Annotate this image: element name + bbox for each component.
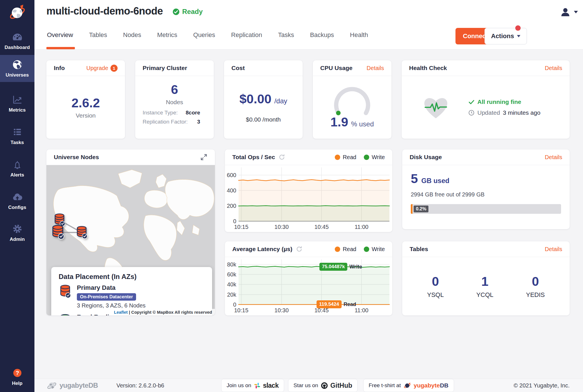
card-title: Cost bbox=[231, 65, 245, 71]
read-dot-icon bbox=[335, 247, 340, 252]
average-latency-card: Average Latency (µs) Read Write 10:1510:… bbox=[225, 241, 392, 315]
sidebar-item-help[interactable]: ? Help bbox=[0, 363, 34, 390]
chart-legend: Read Write bbox=[335, 246, 385, 253]
sidebar-item-label: Configs bbox=[8, 205, 26, 210]
card-title: Tables bbox=[410, 246, 428, 253]
chevron-down-icon bbox=[517, 35, 520, 37]
svg-text:20k: 20k bbox=[227, 292, 237, 298]
cost-per-day: $0.00 bbox=[239, 92, 272, 106]
tab-health[interactable]: Health bbox=[349, 30, 369, 40]
legend-write: Write bbox=[364, 154, 385, 161]
world-map[interactable]: Data Placement (In AZs) Primary Data bbox=[46, 165, 215, 315]
cpu-details-link[interactable]: Details bbox=[367, 65, 384, 71]
refresh-icon[interactable] bbox=[278, 154, 285, 161]
page-header: multi-cloud-demo-6node Ready bbox=[34, 0, 583, 50]
latency-chart: 10:1510:3010:4511:00020k40k60k80k 75.044… bbox=[225, 257, 392, 315]
replica-db-icon bbox=[59, 313, 72, 315]
tab-overview[interactable]: Overview bbox=[46, 30, 74, 40]
nodes-caption: Nodes bbox=[166, 99, 183, 106]
footer: yugabyteDB Version: 2.6.2.0-b6 Join us o… bbox=[0, 379, 583, 392]
version-caption: Version bbox=[76, 112, 96, 119]
info-card: Info Upgrade 1 2.6.2 Version bbox=[46, 60, 125, 139]
bell-icon bbox=[12, 159, 23, 170]
sidebar-item-universes[interactable]: Universes bbox=[0, 55, 34, 82]
yugabyte-logo-icon[interactable] bbox=[8, 3, 27, 24]
chevron-down-icon bbox=[574, 11, 578, 13]
tab-bar: Overview Tables Nodes Metrics Queries Re… bbox=[46, 30, 369, 40]
actions-notification-dot bbox=[515, 25, 521, 31]
slack-button[interactable]: Join us on slack bbox=[221, 379, 284, 392]
tab-replication[interactable]: Replication bbox=[231, 30, 263, 40]
tab-nodes[interactable]: Nodes bbox=[122, 30, 142, 40]
disk-usage-fill bbox=[411, 204, 412, 214]
heartbeat-icon bbox=[421, 94, 451, 121]
tab-backups[interactable]: Backups bbox=[309, 30, 334, 40]
disk-usage-bar: 0.2% bbox=[411, 204, 561, 214]
sidebar-item-label: Alerts bbox=[10, 172, 24, 178]
svg-text:10:30: 10:30 bbox=[274, 224, 289, 230]
sidebar-item-alerts[interactable]: Alerts bbox=[0, 155, 34, 182]
cloud-upload-icon bbox=[12, 191, 23, 203]
tab-metrics[interactable]: Metrics bbox=[157, 30, 178, 40]
footer-copyright: © 2021 Yugabyte, Inc. bbox=[514, 382, 570, 389]
actions-button[interactable]: Actions bbox=[485, 28, 527, 44]
ops-chart: 10:1510:3010:4511:000200400600 bbox=[225, 165, 392, 232]
footer-version: Version: 2.6.2.0-b6 bbox=[116, 382, 164, 389]
cost-unit: /day bbox=[274, 97, 287, 105]
write-dot-icon bbox=[364, 247, 369, 252]
svg-text:60k: 60k bbox=[227, 271, 237, 278]
tab-queries[interactable]: Queries bbox=[193, 30, 216, 40]
check-circle-icon bbox=[173, 8, 180, 15]
db-node-marker[interactable] bbox=[51, 224, 65, 241]
yedis-stat: 0 YEDIS bbox=[526, 274, 545, 299]
clock-icon bbox=[468, 110, 475, 116]
tshirt-button[interactable]: Free t-shirt at yugabyteDB bbox=[363, 379, 454, 392]
refresh-icon[interactable] bbox=[296, 246, 303, 253]
card-title: Disk Usage bbox=[410, 154, 442, 161]
read-latency-tooltip: 119.5424 Read bbox=[317, 300, 356, 308]
health-updated-row: Updated 3 minutes ago bbox=[468, 109, 540, 116]
sidebar-item-metrics[interactable]: Metrics bbox=[0, 90, 34, 117]
sidebar-item-dashboard[interactable]: Dashboard bbox=[0, 27, 34, 54]
card-title: Total Ops / Sec bbox=[232, 154, 275, 161]
svg-text:11:00: 11:00 bbox=[355, 307, 369, 313]
svg-text:80k: 80k bbox=[227, 261, 237, 268]
globe-icon bbox=[12, 59, 23, 70]
cpu-percent: 1.9 bbox=[330, 115, 348, 130]
legend-read: Read bbox=[335, 246, 356, 253]
card-title: Universe Nodes bbox=[54, 154, 99, 161]
tables-card: Tables Details 0 YSQL 1 YCQL 0 YEDIS bbox=[402, 241, 570, 315]
write-latency-tooltip: 75.04487k Write bbox=[319, 263, 362, 271]
cpu-gauge bbox=[329, 85, 375, 116]
status-badge: Ready bbox=[173, 8, 203, 16]
disk-details-link[interactable]: Details bbox=[545, 154, 562, 161]
upgrade-link[interactable]: Upgrade 1 bbox=[86, 65, 118, 72]
total-ops-card: Total Ops / Sec Read Write 10:1510:3010:… bbox=[225, 149, 392, 232]
svg-text:10:30: 10:30 bbox=[274, 307, 289, 313]
leaflet-link[interactable]: Leaflet bbox=[114, 310, 128, 315]
app-root: Dashboard Universes Metrics bbox=[0, 0, 583, 392]
db-node-marker[interactable] bbox=[76, 225, 88, 240]
sidebar-item-admin[interactable]: Admin bbox=[0, 219, 34, 246]
tables-details-link[interactable]: Details bbox=[545, 246, 562, 253]
read-dot-icon bbox=[335, 155, 340, 160]
disk-percent-badge: 0.2% bbox=[414, 206, 428, 212]
svg-text:600: 600 bbox=[227, 172, 236, 178]
health-check-card: Health Check Details All running fine bbox=[402, 60, 570, 139]
metrics-chart-icon bbox=[12, 94, 23, 105]
github-button[interactable]: Star us on GitHub bbox=[288, 379, 358, 392]
svg-text:10:15: 10:15 bbox=[234, 307, 249, 313]
svg-text:?: ? bbox=[15, 370, 19, 376]
avatar bbox=[560, 6, 571, 18]
health-details-link[interactable]: Details bbox=[545, 65, 562, 71]
instance-type-row: Instance Type: 8core bbox=[143, 110, 200, 116]
sidebar-item-configs[interactable]: Configs bbox=[0, 187, 34, 214]
version-value: 2.6.2 bbox=[71, 96, 100, 110]
user-menu[interactable] bbox=[560, 6, 578, 18]
expand-map-icon[interactable] bbox=[200, 153, 208, 161]
read-replica-label: Read Replica bbox=[77, 313, 116, 315]
tab-tables[interactable]: Tables bbox=[89, 30, 108, 40]
sidebar-item-tasks[interactable]: Tasks bbox=[0, 122, 34, 149]
write-dot-icon bbox=[364, 155, 369, 160]
tab-tasks[interactable]: Tasks bbox=[278, 30, 295, 40]
